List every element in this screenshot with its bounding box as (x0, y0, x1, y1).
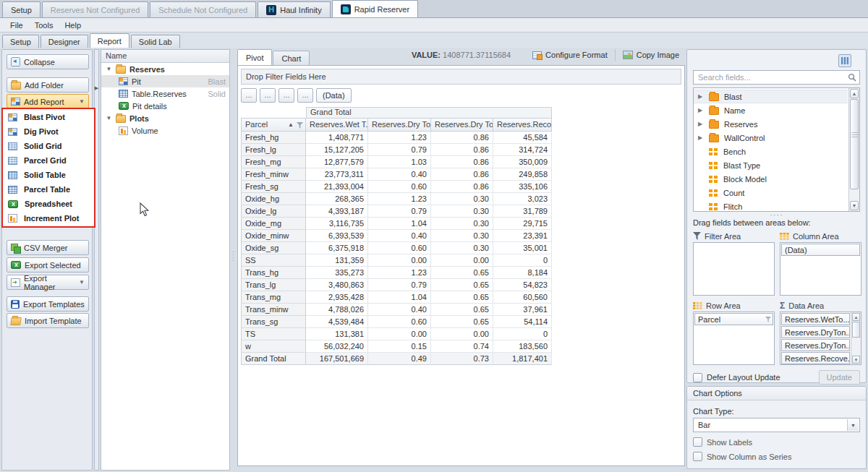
app-tab-rapid-reserver[interactable]: Rapid Reserver (332, 0, 418, 17)
value-cell[interactable]: 0.65 (431, 279, 493, 291)
row-header-cell[interactable]: TS (241, 328, 306, 340)
defer-layout-checkbox[interactable] (693, 373, 702, 382)
filter-icon[interactable] (765, 317, 771, 322)
scroll-up-icon[interactable]: ▲ (850, 89, 859, 98)
collapse-button[interactable]: Collapse (7, 54, 89, 69)
value-cell[interactable]: 1.23 (368, 193, 431, 205)
chevron-collapsed-icon[interactable]: ▶ (698, 93, 704, 100)
row-header-cell[interactable]: Fresh_hg (241, 132, 306, 144)
value-cell[interactable]: 29,715 (493, 218, 552, 230)
tab-setup[interactable]: Setup (2, 35, 39, 48)
value-cell[interactable]: 0.65 (431, 304, 493, 316)
row-header-cell[interactable]: Fresh_minw (241, 168, 306, 181)
row-header-cell[interactable]: Fresh_mg (241, 156, 306, 168)
data-area-chip[interactable]: Reserves.DryTon... (781, 339, 850, 351)
value-cell[interactable]: 1.04 (368, 218, 431, 230)
chart-type-select[interactable]: Bar ▼ (693, 418, 860, 432)
field-item-wallcontrol[interactable]: ▶WallControl (694, 131, 848, 145)
add-report-button[interactable]: Add Report ▼ (7, 94, 89, 109)
data-area-chip[interactable]: Reserves.DryTon... (781, 326, 850, 338)
value-cell[interactable]: 335,273 (306, 267, 368, 279)
value-cell[interactable]: 0.30 (431, 218, 493, 230)
data-area-chip[interactable]: Reserves.WetTo... (781, 313, 850, 325)
value-cell[interactable]: 23,391 (493, 230, 552, 242)
value-cell[interactable]: 0.15 (368, 340, 431, 353)
row-header-cell[interactable]: Trans_mg (241, 291, 306, 304)
value-cell[interactable]: 0.79 (368, 144, 431, 156)
value-cell[interactable]: 3,023 (493, 193, 552, 205)
row-field-header[interactable]: Parcel▲ (241, 118, 306, 132)
tree-item-pit[interactable]: PitBlast (101, 75, 229, 87)
row-header-cell[interactable]: w (241, 340, 306, 353)
row-header-cell[interactable]: Trans_sg (241, 316, 306, 328)
field-item-name[interactable]: ▶Name (694, 103, 848, 117)
value-cell[interactable]: 131,359 (306, 254, 368, 267)
value-cell[interactable]: 3,480,863 (306, 279, 368, 291)
tab-report[interactable]: Report (90, 33, 129, 48)
row-header-cell[interactable]: Fresh_sg (241, 181, 306, 193)
import-template-button[interactable]: Import Template (7, 313, 89, 328)
value-cell[interactable]: 0.86 (431, 132, 493, 144)
value-cell[interactable]: 0.40 (368, 304, 431, 316)
field-item-blast[interactable]: ▶Blast (694, 90, 848, 103)
data-field-button[interactable]: (Data) (316, 88, 352, 103)
value-cell[interactable]: 31,789 (493, 205, 552, 218)
column-header[interactable]: Reserves.Dry To... (368, 118, 431, 132)
app-tab-reserves-not-configured[interactable]: Reserves Not Configured (42, 1, 149, 17)
export-manager-button[interactable]: Export Manager ▼ (7, 275, 89, 290)
show-labels-checkbox[interactable] (693, 437, 702, 447)
value-cell[interactable]: 56,032,240 (306, 340, 368, 353)
value-cell[interactable]: 6,375,918 (306, 242, 368, 254)
export-templates-button[interactable]: Export Templates (7, 296, 89, 312)
value-cell[interactable]: 1.04 (368, 291, 431, 304)
configure-format-button[interactable]: Configure Format (528, 49, 612, 61)
row-area-chip[interactable]: Parcel (694, 313, 773, 325)
value-cell[interactable]: 0.65 (431, 291, 493, 304)
resize-handle[interactable]: ···· (693, 212, 860, 218)
row-header-cell[interactable]: Oxide_lg (241, 205, 306, 218)
column-header[interactable]: Reserves.Wet T... (306, 118, 368, 132)
field-item-flitch[interactable]: Flitch (694, 199, 848, 212)
data-area-scrollbar[interactable]: ▲ ▼ (851, 312, 861, 364)
value-cell[interactable]: 45,584 (493, 132, 552, 144)
row-header-cell[interactable]: Oxide_sg (241, 242, 306, 254)
value-cell[interactable]: 0 (493, 328, 552, 340)
filter-area[interactable] (693, 242, 775, 296)
copy-image-button[interactable]: Copy Image (618, 49, 684, 61)
chevron-collapsed-icon[interactable]: ▶ (698, 107, 704, 113)
value-cell[interactable]: 0.65 (431, 267, 493, 279)
row-header-cell[interactable]: Oxide_hg (241, 193, 306, 205)
value-cell[interactable]: 0.79 (368, 279, 431, 291)
column-header[interactable]: Reserves.Dry To... (431, 118, 493, 132)
splitter[interactable]: ···· (231, 49, 236, 471)
tree-item-table-reserves[interactable]: Table.ReservesSolid (101, 87, 229, 100)
value-cell[interactable]: 0.00 (368, 328, 431, 340)
row-header-cell[interactable]: Trans_hg (241, 267, 306, 279)
tree-column-header[interactable]: Name (101, 50, 229, 63)
hidden-field-button[interactable]: ... (260, 88, 276, 103)
value-cell[interactable]: 1.03 (368, 156, 431, 168)
menu-item-blast-pivot[interactable]: Blast Pivot (3, 110, 94, 124)
value-cell[interactable]: 268,365 (306, 193, 368, 205)
chevron-collapsed-icon[interactable]: ▶ (698, 134, 704, 141)
value-cell[interactable]: 8,184 (493, 267, 552, 279)
tab-designer[interactable]: Designer (41, 35, 88, 48)
menu-item-parcel-grid[interactable]: Parcel Grid (3, 153, 94, 168)
scroll-up-icon[interactable]: ▲ (852, 313, 860, 321)
hidden-field-button[interactable]: ... (297, 88, 313, 103)
value-cell[interactable]: 1.23 (368, 132, 431, 144)
update-button[interactable]: Update (819, 370, 860, 385)
value-cell[interactable]: 0.86 (431, 144, 493, 156)
data-area-chip[interactable]: Reserves.Recove... (781, 352, 850, 364)
value-cell[interactable]: 0.60 (368, 242, 431, 254)
scrollbar-thumb[interactable] (852, 322, 860, 338)
value-cell[interactable]: 0.30 (431, 205, 493, 218)
search-fields-input[interactable]: Search fields... (693, 70, 860, 85)
tree-item-plots[interactable]: ▼Plots (101, 112, 229, 124)
column-area[interactable]: (Data) (780, 242, 861, 296)
tab-chart[interactable]: Chart (273, 51, 310, 65)
menu-item-file[interactable]: File (4, 20, 29, 31)
value-cell[interactable]: 1.23 (368, 267, 431, 279)
value-cell[interactable]: 0.86 (431, 181, 493, 193)
menu-item-tools[interactable]: Tools (29, 20, 59, 31)
